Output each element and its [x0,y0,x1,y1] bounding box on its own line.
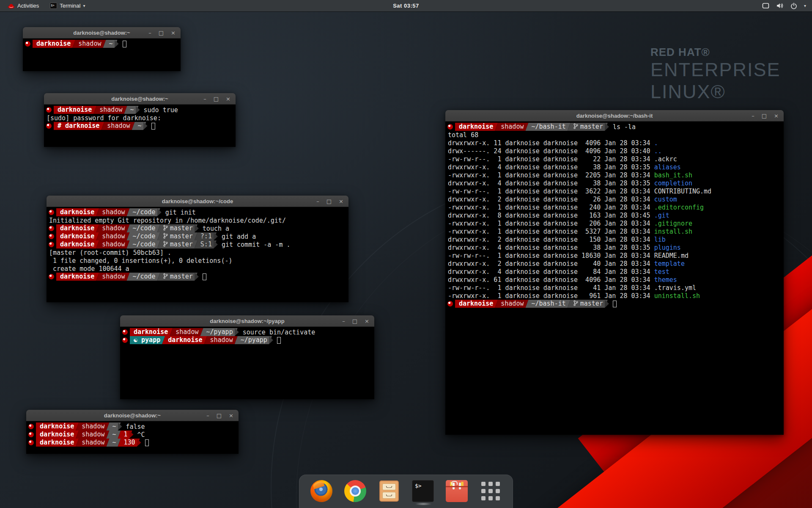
power-icon[interactable] [790,3,797,9]
prompt-segment-user: darknoise [56,240,99,248]
minimize-button[interactable]: – [148,27,151,39]
redhat-prompt-icon [28,440,34,445]
close-button[interactable]: × [229,410,233,421]
window-title: darknoise@shadow:~/bash-it [445,113,784,119]
title-bar[interactable]: darknoise@shadow:~ – □ × [44,93,236,105]
title-bar[interactable]: darknoise@shadow:~ – □ × [26,410,239,421]
redhat-prompt-icon [28,432,34,437]
ls-row-filename: completion [654,179,692,187]
maximize-button[interactable]: □ [352,315,357,327]
ls-row-filename: README.md [654,252,689,260]
prompt-segment-branch: master [157,232,198,240]
prompt-segment-user: darknoise [56,208,99,216]
activities-button[interactable]: Activities [3,0,43,11]
terminal-line: drwxrwxr-x. 4 darknoise darknoise 38 Jan… [446,163,783,171]
terminal-line: darknoiseshadow~false [27,422,238,431]
maximize-button[interactable]: □ [762,110,767,121]
clock[interactable]: Sat 03:57 [393,3,419,9]
output-text: 1 file changed, 0 insertions(+), 0 delet… [47,257,232,265]
title-bar[interactable]: darknoise@shadow:~ – □ × [23,27,181,39]
toolbox-lid [446,486,468,487]
prompt-segment-user: darknoise [455,123,498,131]
terminal-body[interactable]: darknoiseshadow~sudo true[sudo] password… [44,105,236,147]
activities-label: Activities [17,3,39,9]
terminal-body[interactable]: darknoiseshadow~falsedarknoiseshadow~1^C… [26,421,239,454]
prompt-segment-branch: master [568,123,608,131]
terminal-body[interactable]: darknoiseshadow~/codegit initInitialized… [47,207,348,302]
command-text: false [126,423,145,431]
ls-row-meta: drwxrwxr-x. 4 darknoise darknoise 38 Jan… [446,179,654,187]
maximize-button[interactable]: □ [217,410,222,421]
volume-icon[interactable] [776,3,784,9]
prompt-segment-host: shadow [96,273,129,281]
git-branch-icon [573,123,578,129]
terminal-body[interactable]: darknoiseshadow~/pyappsource bin/activat… [120,327,374,399]
terminal-body[interactable]: darknoiseshadow~ [23,39,181,71]
close-button[interactable]: × [339,196,343,207]
ls-row-filename: custom [654,196,677,203]
close-button[interactable]: × [171,27,176,39]
files-icon[interactable] [378,480,400,502]
redhat-prompt-icon [49,242,54,247]
terminal-body[interactable]: darknoiseshadow~/bash-itmasterls -latota… [445,121,784,435]
terminal-window-sudo[interactable]: darknoise@shadow:~ – □ × darknoiseshadow… [44,93,236,147]
terminal-window-home-2[interactable]: darknoise@shadow:~ – □ × darknoiseshadow… [26,410,239,454]
redhat-prompt-icon [122,329,128,335]
redhat-prompt-icon [49,274,54,279]
title-bar[interactable]: darknoise@shadow:~/bash-it – □ × [445,110,784,121]
title-bar[interactable]: darknoise@shadow:~/code – □ × [47,196,348,207]
app-menu-terminal[interactable]: $> Terminal ▾ [46,0,89,11]
terminal-line: drwxrwxr-x. 11 darknoise darknoise 4096 … [446,139,783,147]
prompt-segment-host: shadow [76,439,109,447]
ls-row-filename: themes [654,276,677,284]
close-button[interactable]: × [365,315,369,327]
git-branch-icon [163,241,168,247]
app-grid-icon[interactable] [480,480,502,502]
terminal-window-bash-it[interactable]: darknoise@shadow:~/bash-it – □ × darknoi… [445,110,784,435]
maximize-button[interactable]: □ [326,196,332,207]
firefox-icon[interactable] [310,480,332,502]
minimize-button[interactable]: – [203,93,206,105]
prompt-segment-host: shadow [93,106,127,114]
terminal-line: drwxrwxr-x. 2 darknoise darknoise 26 Jan… [446,195,783,203]
prompt-segment-host: shadow [72,40,106,48]
caret-down-icon[interactable]: ▾ [804,3,806,8]
redhat-prompt-icon [46,107,52,113]
terminal-icon[interactable]: $> [412,480,434,502]
terminal-window-code[interactable]: darknoise@shadow:~/code – □ × darknoises… [47,196,348,302]
output-text: total 68 [446,131,478,139]
display-icon[interactable] [762,3,769,9]
minimize-button[interactable]: – [752,110,754,121]
redhat-prompt-icon [49,234,54,239]
maximize-button[interactable]: □ [214,93,219,105]
app-menu-label: Terminal [60,3,80,9]
prompt-segment-user: darknoise [56,232,99,240]
prompt-segment-user: darknoise [162,336,207,344]
prompt-segment-host: shadow [495,123,528,131]
terminal-line: darknoiseshadow~130 [27,439,238,447]
title-bar[interactable]: darknoise@shadow:~/pyapp – □ × [120,315,374,327]
maximize-button[interactable]: □ [159,27,164,39]
terminal-window-home-1[interactable]: darknoise@shadow:~ – □ × darknoiseshadow… [23,27,181,71]
close-button[interactable]: × [774,110,779,121]
close-button[interactable]: × [226,93,230,105]
window-title: darknoise@shadow:~/pyapp [120,318,374,324]
python-icon: ☯ [134,336,141,344]
prompt-segment-branch: master [157,273,198,281]
terminal-line: # darknoiseshadow~ [45,122,235,130]
prompt-segment-user: darknoise [54,106,96,114]
toolbox-icon[interactable] [446,480,468,502]
terminal-window-pyapp[interactable]: darknoise@shadow:~/pyapp – □ × darknoise… [120,315,374,399]
ls-row-filename: .. [654,147,662,155]
ls-row-meta: -rwxrwxr-x. 1 darknoise darknoise 961 Ja… [446,292,654,300]
output-text: create mode 100644 a [47,265,129,273]
minimize-button[interactable]: – [206,410,209,421]
prompt-segment-host: shadow [96,232,129,240]
chrome-icon[interactable] [344,480,366,502]
minimize-button[interactable]: – [316,196,319,207]
prompt-segment-user: darknoise [130,328,173,336]
ls-row-filename: CONTRIBUTING.md [654,188,711,195]
terminal-cursor [277,337,281,344]
minimize-button[interactable]: – [342,315,345,327]
terminal-cursor [123,41,126,47]
